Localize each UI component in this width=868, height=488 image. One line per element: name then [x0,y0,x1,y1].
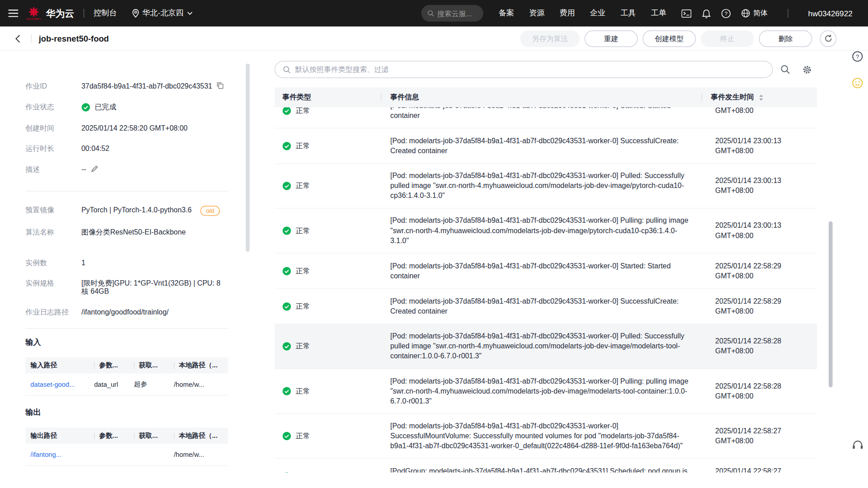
console-link[interactable]: 控制台 [94,8,117,18]
delete-button[interactable]: 删除 [759,30,812,47]
event-row[interactable]: 正常 [Pod: modelarts-job-37da5f84-b9a1-4f3… [274,414,817,459]
help-float-icon[interactable]: ? [851,50,864,63]
event-status-label: 正常 [296,431,310,441]
nav-item-tickets[interactable]: 工单 [651,8,666,18]
global-search-input[interactable] [437,9,477,17]
left-panel-scrollbar[interactable] [246,64,250,252]
event-message: [Pod: modelarts-job-37da5f84-b9a1-4f31-a… [381,171,701,201]
input-table-row: dataset-good... data_url 超参 /home/w... [25,374,228,396]
field-label: 算法名称 [25,228,81,236]
input-section-title: 输入 [25,338,243,347]
field-instance-count: 实例数 1 [25,258,243,267]
input-path-link[interactable]: dataset-good... [25,380,89,388]
search-submit-icon[interactable] [781,65,790,74]
nav-item-billing[interactable]: 费用 [560,8,575,18]
success-check-icon [81,103,90,112]
region-selector[interactable]: 华北-北京四 [132,8,193,18]
field-label: 实例数 [25,258,81,267]
copy-icon[interactable] [217,82,224,91]
help-icon[interactable]: ? [721,9,731,18]
account-menu[interactable]: hw03426922 [808,9,868,18]
success-check-icon [282,267,291,276]
output-path-link[interactable]: /ifantong... [25,450,89,458]
event-status-cell: 正常 [274,301,381,311]
events-table-body: 正常 [Pod: modelarts-job-37da5f84-b9a1-4f3… [274,108,817,473]
nav-item-resources[interactable]: 资源 [529,8,544,18]
back-button[interactable] [0,34,24,43]
success-check-icon [282,182,291,191]
field-label: 创建时间 [25,124,81,132]
search-icon [283,66,291,73]
rebuild-button[interactable]: 重建 [585,30,638,47]
event-status-label: 正常 [296,108,310,116]
event-row[interactable]: 正常 [Pod: modelarts-job-37da5f84-b9a1-4f3… [274,289,817,324]
chevron-down-icon [187,12,192,15]
event-time: 2025/01/14 23:00:13 GMT+08:00 [701,221,817,241]
event-message: [Pod: modelarts-job-37da5f84-b9a1-4f31-a… [381,376,701,406]
refresh-button[interactable] [820,30,836,47]
algorithm-link[interactable]: 图像分类ResNet50-EI-Backbone [81,228,186,236]
svg-text:?: ? [724,10,727,16]
field-instance-spec: 实例规格 [限时免费]GPU: 1*GP-Vnt1(32GB) | CPU: 8… [25,279,243,296]
huawei-logo[interactable]: HUAWEI [27,6,41,20]
event-row[interactable]: 正常 [Pod: modelarts-job-37da5f84-b9a1-4f3… [274,164,817,208]
field-label: 作业状态 [25,103,81,112]
terminal-icon[interactable] [681,9,691,17]
hamburger-menu-icon[interactable] [0,9,27,17]
event-time: 2025/01/14 22:58:29 GMT+08:00 [701,296,817,316]
event-message: [Pod: modelarts-job-37da5f84-b9a1-4f31-a… [381,216,701,246]
edit-pencil-icon[interactable] [90,165,98,174]
field-algorithm-name: 算法名称 图像分类ResNet50-EI-Backbone [25,228,243,236]
event-time: 2025/01/14 22:58:29 GMT+08:00 [701,261,817,281]
event-status-label: 正常 [296,386,310,396]
field-log-path: 作业日志路径 /ifantong/goodfood/trainlog/ [25,308,243,316]
divider [788,9,788,18]
event-row[interactable]: 正常 [Pod: modelarts-job-37da5f84-b9a1-4f3… [274,253,817,289]
huawei-flower-icon [27,6,40,17]
event-row[interactable]: 正常 [Pod: modelarts-job-37da5f84-b9a1-4f3… [274,128,817,164]
language-label: 简体 [753,8,768,18]
event-row[interactable]: 正常 [PodGroup: modelarts-job-37da5f84-b9a… [274,459,817,473]
log-path-link[interactable]: /ifantong/goodfood/trainlog/ [81,308,169,316]
nav-item-enterprise[interactable]: 企业 [590,8,605,18]
col-source: 获取... [139,361,158,370]
brand-name[interactable]: 华为云 [46,7,74,19]
global-search[interactable] [421,5,483,22]
event-status-label: 正常 [296,301,310,311]
instance-count-value: 1 [81,258,85,267]
input-local-path: /home/w... [169,380,228,388]
page-header: job-resnet50-food 另存为算法 重建 创建模型 终止 删除 [0,27,868,51]
terminate-button[interactable]: 终止 [701,30,754,47]
save-as-algorithm-button[interactable]: 另存为算法 [520,30,580,47]
event-message: [Pod: modelarts-job-37da5f84-b9a1-4f31-a… [381,421,701,451]
events-scrollbar[interactable] [829,221,833,387]
field-preset-image: 预置镜像 PyTorch | PyTorch-1.4.0-python3.6 o… [25,206,243,216]
nav-item-filing[interactable]: 备案 [499,8,514,18]
event-row[interactable]: 正常 [Pod: modelarts-job-37da5f84-b9a1-4f3… [274,209,817,253]
duration-value: 00:04:52 [81,145,109,153]
event-time: 2025/01/14 22:58:28 GMT+08:00 [701,381,817,401]
nav-item-tools[interactable]: 工具 [620,8,636,18]
events-search-box[interactable] [274,61,773,78]
sort-icon[interactable] [759,94,764,100]
input-source: 超参 [129,380,169,389]
event-row[interactable]: 正常 [Pod: modelarts-job-37da5f84-b9a1-4f3… [274,324,817,369]
col-event-info: 事件信息 [390,92,419,102]
table-settings-gear-icon[interactable] [802,65,812,75]
events-toolbar [274,61,817,78]
output-table: 输出路径 参数... 获取... 本地路径（... /ifantong... /… [25,428,228,466]
feedback-smiley-icon[interactable] [851,76,864,89]
event-status-cell: 正常 [274,471,381,473]
event-row[interactable]: 正常 [Pod: modelarts-job-37da5f84-b9a1-4f3… [274,369,817,414]
support-headset-icon[interactable] [851,438,864,451]
preset-image-value: PyTorch | PyTorch-1.4.0-python3.6 [81,206,192,214]
bell-icon[interactable] [702,9,711,18]
success-check-icon [282,387,291,396]
event-row[interactable]: 正常 [Pod: modelarts-job-37da5f84-b9a1-4f3… [274,108,817,129]
create-model-button[interactable]: 创建模型 [643,30,696,47]
job-detail-panel: 作业ID 37da5f84-b9a1-4f31-ab7f-dbc029c4353… [0,51,255,470]
events-search-input[interactable] [295,65,764,73]
language-selector[interactable]: 简体 [741,8,768,18]
divider [25,191,228,191]
top-navbar: HUAWEI 华为云 控制台 华北-北京四 备案 资源 费用 企业 工具 工单 [0,0,868,27]
